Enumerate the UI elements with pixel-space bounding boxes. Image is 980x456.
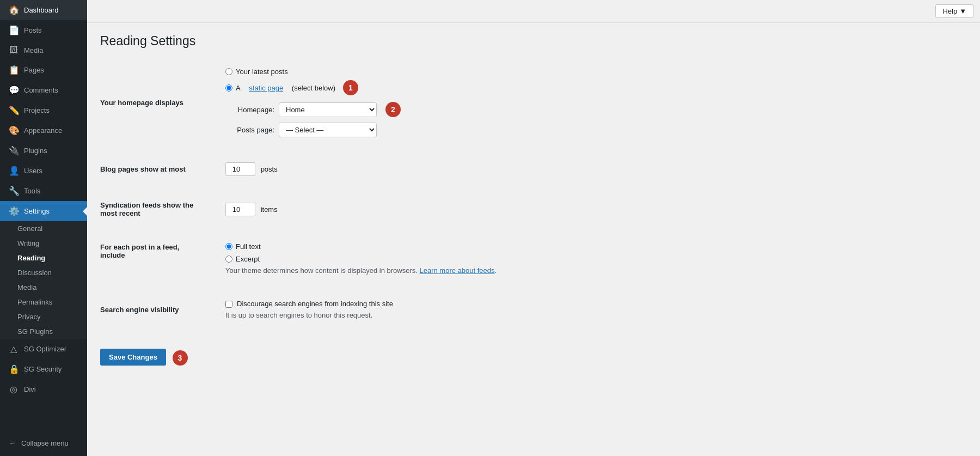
submenu-writing[interactable]: Writing [0, 236, 87, 251]
settings-submenu: General Writing Reading Discussion Media… [0, 221, 87, 339]
step-badge-1: 1 [343, 80, 358, 95]
submenu-reading[interactable]: Reading [0, 251, 87, 265]
feed-format-label: For each post in a feed,include [100, 234, 220, 283]
latest-posts-option[interactable]: Your latest posts [225, 68, 585, 76]
latest-posts-radio[interactable] [225, 68, 232, 75]
save-changes-button[interactable]: Save Changes [100, 349, 166, 366]
sidebar-item-media[interactable]: 🖼 Media [0, 40, 87, 60]
search-visibility-cell: Discourage search engines from indexing … [220, 291, 590, 327]
divi-icon: ◎ [9, 384, 19, 394]
submenu-general[interactable]: General [0, 221, 87, 236]
sg-security-icon: 🔒 [9, 364, 19, 374]
sidebar-item-sg-security[interactable]: 🔒 SG Security [0, 359, 87, 379]
submenu-privacy[interactable]: Privacy [0, 309, 87, 324]
appearance-icon: 🎨 [9, 125, 19, 136]
save-cell: Save Changes 3 [100, 341, 590, 374]
sidebar-item-settings[interactable]: ⚙️ Settings [0, 201, 87, 221]
chevron-down-icon: ▼ [959, 7, 966, 15]
settings-icon: ⚙️ [9, 206, 19, 216]
submenu-media[interactable]: Media [0, 280, 87, 295]
feed-format-cell: Full text Excerpt Your theme determines … [220, 234, 590, 283]
homepage-displays-label: Your homepage displays [100, 59, 220, 145]
sidebar-item-plugins[interactable]: 🔌 Plugins [0, 141, 87, 161]
search-visibility-row: Search engine visibility Discourage sear… [100, 291, 590, 327]
sidebar-item-users[interactable]: 👤 Users [0, 161, 87, 181]
sidebar-item-divi[interactable]: ◎ Divi [0, 379, 87, 399]
media-icon: 🖼 [9, 45, 19, 55]
syndication-cell: items [220, 193, 590, 226]
discourage-search-engines-checkbox[interactable] [225, 301, 232, 308]
projects-icon: ✏️ [9, 105, 19, 115]
homepage-displays-cell: Your latest posts A static page (select … [220, 59, 590, 145]
tools-icon: 🔧 [9, 186, 19, 196]
syndication-row: Syndication feeds show themost recent it… [100, 193, 590, 226]
posts-page-select[interactable]: — Select — Blog News Articles [279, 123, 377, 137]
feed-format-row: For each post in a feed,include Full tex… [100, 234, 590, 283]
homepage-radio-group: Your latest posts A static page (select … [225, 68, 585, 95]
excerpt-option[interactable]: Excerpt [225, 255, 585, 263]
sidebar-item-appearance[interactable]: 🎨 Appearance [0, 120, 87, 141]
feed-note: Your theme determines how content is dis… [225, 266, 585, 275]
sidebar-item-dashboard[interactable]: 🏠 Dashboard [0, 0, 87, 20]
content-area: Reading Settings Your homepage displays … [87, 23, 980, 456]
blog-pages-suffix: posts [261, 165, 278, 173]
syndication-label: Syndication feeds show themost recent [100, 193, 220, 226]
homepage-select-label: Homepage: [225, 106, 274, 114]
feed-format-radio-group: Full text Excerpt [225, 242, 585, 263]
posts-icon: 📄 [9, 25, 19, 35]
blog-pages-row: Blog pages show at most posts [100, 154, 590, 184]
pages-icon: 📋 [9, 65, 19, 75]
spacer-row-1 [100, 145, 590, 154]
spacer-row-2 [100, 184, 590, 193]
homepage-selects: Homepage: Home About Contact Blog 2 [225, 102, 585, 137]
sg-optimizer-icon: △ [9, 344, 19, 354]
main-content: Help ▼ Reading Settings Your homepage di… [87, 0, 980, 456]
collapse-menu-button[interactable]: ← Collapse menu [0, 434, 87, 456]
blog-pages-cell: posts [220, 154, 590, 184]
sidebar-item-comments[interactable]: 💬 Comments [0, 80, 87, 100]
page-title: Reading Settings [100, 34, 967, 48]
static-page-link[interactable]: static page [249, 84, 283, 92]
static-page-option[interactable]: A static page (select below) 1 [225, 80, 585, 95]
syndication-input[interactable] [225, 203, 255, 216]
homepage-select[interactable]: Home About Contact Blog [279, 102, 377, 117]
submenu-discussion[interactable]: Discussion [0, 265, 87, 280]
topbar: Help ▼ [87, 0, 980, 23]
active-arrow-indicator [83, 207, 87, 216]
sidebar-item-tools[interactable]: 🔧 Tools [0, 181, 87, 201]
posts-page-select-row: Posts page: — Select — Blog News Article… [225, 123, 585, 137]
sidebar: 🏠 Dashboard 📄 Posts 🖼 Media 📋 Pages 💬 Co… [0, 0, 87, 456]
blog-pages-label: Blog pages show at most [100, 154, 220, 184]
search-note: It is up to search engines to honor this… [225, 311, 585, 319]
syndication-suffix: items [261, 205, 278, 214]
homepage-displays-row: Your homepage displays Your latest posts… [100, 59, 590, 145]
sidebar-item-sg-optimizer[interactable]: △ SG Optimizer [0, 339, 87, 359]
full-text-option[interactable]: Full text [225, 242, 585, 251]
sidebar-item-projects[interactable]: ✏️ Projects [0, 100, 87, 120]
discourage-search-engines-option[interactable]: Discourage search engines from indexing … [225, 300, 585, 308]
plugins-icon: 🔌 [9, 145, 19, 156]
save-row: Save Changes 3 [100, 341, 590, 374]
learn-more-feeds-link[interactable]: Learn more about feeds [420, 266, 495, 275]
spacer-row-5 [100, 327, 590, 341]
step-badge-3: 3 [173, 350, 188, 366]
excerpt-radio[interactable] [225, 256, 232, 263]
step-badge-2: 2 [385, 102, 401, 117]
help-button[interactable]: Help ▼ [935, 4, 973, 18]
settings-form: Your homepage displays Your latest posts… [100, 59, 590, 374]
spacer-row-4 [100, 283, 590, 291]
sidebar-item-pages[interactable]: 📋 Pages [0, 60, 87, 80]
dashboard-icon: 🏠 [9, 5, 19, 15]
static-page-radio[interactable] [225, 84, 232, 92]
search-visibility-label: Search engine visibility [100, 291, 220, 327]
blog-pages-input[interactable] [225, 162, 255, 176]
full-text-radio[interactable] [225, 243, 232, 250]
comments-icon: 💬 [9, 85, 19, 95]
spacer-row-3 [100, 226, 590, 234]
sidebar-item-posts[interactable]: 📄 Posts [0, 20, 87, 40]
submenu-permalinks[interactable]: Permalinks [0, 295, 87, 309]
submenu-sg-plugins[interactable]: SG Plugins [0, 324, 87, 339]
users-icon: 👤 [9, 166, 19, 176]
collapse-icon: ← [9, 439, 16, 447]
homepage-select-row: Homepage: Home About Contact Blog 2 [225, 102, 585, 117]
